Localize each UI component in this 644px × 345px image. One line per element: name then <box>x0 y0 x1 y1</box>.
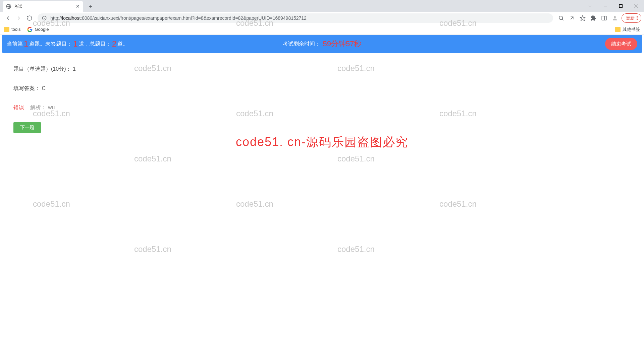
bookmark-tools[interactable]: tools <box>4 27 20 32</box>
current-question-number: 1 <box>24 39 28 49</box>
result-status: 错误 <box>13 105 24 110</box>
bookmarks-bar: tools Google 其他书签 <box>0 24 644 35</box>
exam-body: 题目（单选题）(10分)： 1 填写答案： C 错误 解析： wu 下一题 <box>0 53 644 140</box>
svg-marker-10 <box>580 15 585 20</box>
watermark: code51.cn <box>134 154 171 163</box>
watermark: code51.cn <box>236 199 273 209</box>
browser-tab[interactable]: 考试 ✕ <box>3 1 83 12</box>
globe-icon <box>6 4 11 9</box>
info-icon[interactable] <box>42 15 47 21</box>
bookmark-other[interactable]: 其他书签 <box>615 26 640 32</box>
svg-point-8 <box>559 16 563 20</box>
kebab-icon <box>637 16 638 20</box>
svg-line-9 <box>562 19 564 20</box>
folder-icon <box>4 27 9 32</box>
total-count: 2 <box>112 39 116 49</box>
bookmark-google[interactable]: Google <box>27 27 49 32</box>
watermark: code51.cn <box>337 245 375 254</box>
reload-button[interactable] <box>24 13 35 23</box>
page-content: 当前第 1 道题。未答题目： 1 道，总题目： 2 道。 考试剩余时间： 59分… <box>0 35 644 140</box>
answer-label: 填写答案： <box>13 85 40 91</box>
answer-value: C <box>42 85 46 91</box>
chevron-down-icon[interactable] <box>582 1 598 11</box>
svg-rect-1 <box>604 6 607 6</box>
toolbar-right: 更新 <box>556 13 641 23</box>
share-icon[interactable] <box>567 13 577 23</box>
exam-header: 当前第 1 道题。未答题目： 1 道，总题目： 2 道。 考试剩余时间： 59分… <box>2 35 642 53</box>
profile-icon[interactable] <box>609 13 620 23</box>
svg-rect-2 <box>620 5 623 8</box>
google-icon <box>27 27 33 32</box>
timer-value: 59分钟57秒 <box>323 39 362 49</box>
analysis-label: 解析： <box>30 105 46 110</box>
window-controls <box>582 0 644 12</box>
next-question-button[interactable]: 下一题 <box>13 122 41 133</box>
watermark: code51.cn <box>439 199 477 209</box>
browser-chrome: 考试 ✕ + http://localhost:8080/zaixianxuex… <box>0 0 644 35</box>
update-button[interactable]: 更新 <box>622 13 641 23</box>
watermark: code51.cn <box>134 245 171 254</box>
forward-button[interactable] <box>13 13 24 23</box>
svg-point-13 <box>614 16 616 18</box>
question-title-row: 题目（单选题）(10分)： 1 <box>13 60 631 79</box>
back-button[interactable] <box>3 13 13 23</box>
watermark: code51.cn <box>33 199 70 209</box>
maximize-icon[interactable] <box>613 1 629 11</box>
toolbar: http://localhost:8080/zaixianxuexi/front… <box>0 12 644 24</box>
tab-strip: 考试 ✕ + <box>0 0 644 12</box>
analysis-value: wu <box>48 105 55 110</box>
question-title: 题目（单选题）(10分)： 1 <box>13 66 76 72</box>
close-window-icon[interactable] <box>629 1 644 11</box>
answer-row: 填写答案： C <box>13 79 631 98</box>
exam-timer: 考试剩余时间： 59分钟57秒 <box>283 39 362 49</box>
exam-progress-text: 当前第 1 道题。未答题目： 1 道，总题目： 2 道。 <box>7 39 128 49</box>
watermark: code51.cn <box>337 154 375 163</box>
address-bar[interactable]: http://localhost:8080/zaixianxuexi/front… <box>38 13 553 23</box>
extensions-icon[interactable] <box>588 13 599 23</box>
star-icon[interactable] <box>577 13 588 23</box>
folder-icon <box>615 27 621 32</box>
end-exam-button[interactable]: 结束考试 <box>605 38 637 50</box>
svg-rect-11 <box>602 16 606 20</box>
close-icon[interactable]: ✕ <box>75 4 80 9</box>
unanswered-count: 1 <box>73 39 77 49</box>
url-text: http://localhost:8080/zaixianxuexi/front… <box>50 15 307 21</box>
tab-title: 考试 <box>14 4 75 9</box>
minimize-icon[interactable] <box>598 1 613 11</box>
side-panel-icon[interactable] <box>599 13 609 23</box>
result-row: 错误 解析： wu <box>13 98 631 117</box>
new-tab-button[interactable]: + <box>86 2 95 11</box>
zoom-icon[interactable] <box>556 13 567 23</box>
